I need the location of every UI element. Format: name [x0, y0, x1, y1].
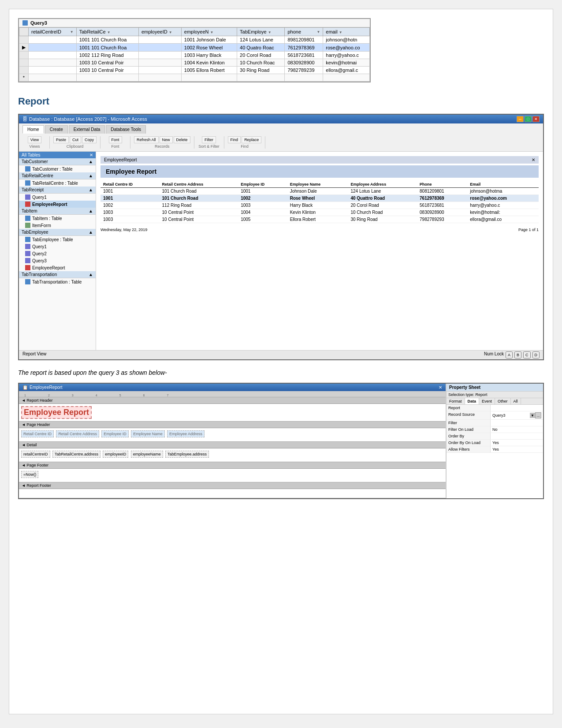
query-cell: 1003 10 Central Poir: [76, 59, 138, 67]
query-cell: ellora@gmail.c: [323, 67, 370, 74]
cut-button[interactable]: Cut: [70, 136, 81, 143]
design-section-content-rh[interactable]: Employee Report: [19, 404, 446, 421]
status-btn-4[interactable]: D: [532, 351, 540, 358]
design-section-content-ph[interactable]: Retail Centre ID Retail Centre Address E…: [19, 428, 446, 441]
replace-button[interactable]: Replace: [242, 136, 261, 143]
tab-external-data[interactable]: External Data: [69, 125, 105, 134]
nav-close-icon[interactable]: ✕: [89, 153, 93, 157]
record-source-dropdown[interactable]: ▼: [530, 413, 535, 418]
nav-item-query1[interactable]: Query1: [19, 194, 96, 201]
form-icon: [25, 223, 30, 228]
design-detail-empid[interactable]: employeeID: [103, 451, 128, 458]
report-icon: [25, 202, 30, 207]
query-table-row[interactable]: 1003 10 Central Poir1004 Kevin Klinton10…: [19, 59, 370, 67]
nav-item-tabitem-table[interactable]: TabItem : Table: [19, 215, 96, 222]
design-title-element[interactable]: Employee Report: [21, 406, 92, 419]
prop-tab-data[interactable]: Data: [465, 398, 480, 404]
filter-button[interactable]: Filter: [202, 136, 216, 143]
tab-home[interactable]: Home: [22, 125, 44, 134]
design-detail-retailid[interactable]: retailCentreID: [21, 451, 50, 458]
nav-item-itemform[interactable]: ItemForm: [19, 222, 96, 229]
nav-section-tabretailcentre[interactable]: TabRetailCentre▲: [19, 172, 96, 179]
delete-button[interactable]: Delete: [174, 136, 190, 143]
nav-item-tabcustomer-table[interactable]: TabCustomer : Table: [19, 165, 96, 172]
status-btn-3[interactable]: C: [523, 351, 531, 358]
find-button[interactable]: Find: [228, 136, 241, 143]
design-detail-empname[interactable]: employeeName: [131, 451, 163, 458]
design-section-content-pf[interactable]: =Now(): [19, 469, 446, 482]
design-field-retailid[interactable]: Retail Centre ID: [21, 430, 54, 437]
query-cell: [29, 52, 77, 59]
tab-database-tools[interactable]: Database Tools: [106, 125, 146, 134]
query-table-row[interactable]: *: [19, 74, 370, 82]
ribbon-tabs: Home Create External Data Database Tools: [22, 125, 540, 134]
table-icon-2: [25, 180, 30, 186]
font-button[interactable]: Font: [109, 136, 122, 143]
prop-value-filter[interactable]: [491, 420, 543, 426]
maximize-button[interactable]: □: [525, 116, 532, 122]
design-field-empid[interactable]: Employee ID: [101, 430, 129, 437]
nav-section-tabreceipt[interactable]: TabReceipt▲: [19, 187, 96, 194]
query-table-row[interactable]: 1001 101 Church Roa1001 Johnson Dale124 …: [19, 36, 370, 44]
report-close-icon[interactable]: ✕: [532, 157, 535, 162]
design-field-retailaddr[interactable]: Retail Centre Address: [56, 430, 99, 437]
prop-tab-event[interactable]: Event: [479, 398, 495, 404]
new-button[interactable]: New: [160, 136, 173, 143]
design-section-content-detail[interactable]: retailCentreID TabRetailCentre.address e…: [19, 448, 446, 462]
nav-section-tabcustomer[interactable]: TabCustomer▲: [19, 158, 96, 165]
nav-item-tabtransportation-table[interactable]: TabTransportation : Table: [19, 278, 96, 285]
col-tabemploye[interactable]: TabEmploye ▼: [237, 28, 285, 36]
prop-value-order-by[interactable]: [491, 433, 543, 439]
record-source-build-btn[interactable]: ...: [535, 412, 541, 418]
design-detail-tabempaddr[interactable]: TabEmployee.address: [165, 451, 209, 458]
prop-tab-all[interactable]: All: [511, 398, 521, 404]
copy-button[interactable]: Copy: [82, 136, 97, 143]
tab-create[interactable]: Create: [45, 125, 68, 134]
nav-item-tabemployee-table[interactable]: TabEmployee : Table: [19, 236, 96, 243]
query-cell: 124 Lotus Lane: [237, 36, 285, 44]
minimize-button[interactable]: ─: [517, 116, 524, 122]
nav-section-tabemployee[interactable]: TabEmployee▲: [19, 229, 96, 236]
prop-tab-format[interactable]: Format: [447, 398, 465, 404]
nav-item-query1-emp[interactable]: Query1: [19, 243, 96, 250]
design-section-detail: ◄ Detail retailCentreID TabRetailCentre.…: [19, 442, 446, 462]
nav-item-query2-emp[interactable]: Query2: [19, 250, 96, 257]
close-button[interactable]: ✕: [532, 116, 540, 122]
query-table-row[interactable]: 1003 10 Central Poir1005 Ellora Robert30…: [19, 67, 370, 74]
design-close-icon[interactable]: ✕: [439, 385, 442, 390]
nav-item-employeereport[interactable]: EmployeeReport: [19, 201, 96, 208]
col-retailCentreID[interactable]: retailCentreID ▼: [29, 28, 77, 36]
nav-item-tabretailcentre-table[interactable]: TabRetailCentre : Table: [19, 179, 96, 187]
view-button[interactable]: View: [28, 136, 41, 143]
prop-row-filter: Filter: [447, 420, 543, 426]
query-cell: [29, 67, 77, 74]
refresh-button[interactable]: Refresh All: [134, 136, 159, 143]
nav-section-tabtransportation[interactable]: TabTransportation▲: [19, 271, 96, 278]
design-section-header-ph: ◄ Page Header: [19, 422, 446, 428]
access-content: All Tables ✕ TabCustomer▲ TabCustomer : …: [19, 152, 543, 350]
col-email[interactable]: email ▼: [323, 28, 370, 36]
col-tabretailce[interactable]: TabRetailCe ▼: [76, 28, 138, 36]
col-employeena[interactable]: employeeN ▼: [181, 28, 237, 36]
design-footer-now[interactable]: =Now(): [21, 471, 38, 478]
nav-section-tabitem[interactable]: TabItem▲: [19, 208, 96, 215]
nav-item-employeereport-emp[interactable]: EmployeeReport: [19, 264, 96, 271]
report-tab-bar: EmployeeReport ✕: [100, 156, 539, 164]
prop-value-record-source[interactable]: Query3 ▼ ...: [491, 411, 543, 419]
ribbon-group-clipboard: Paste Cut Copy Clipboard: [53, 136, 100, 149]
design-field-empname[interactable]: Employee Name: [131, 430, 165, 437]
query-table-row[interactable]: 1002 112 Ring Road1003 Harry Black20 Cor…: [19, 52, 370, 59]
design-field-empaddr[interactable]: Employee Address: [167, 430, 205, 437]
status-btn-2[interactable]: B: [514, 351, 521, 358]
paste-button[interactable]: Paste: [53, 136, 69, 143]
prop-row-allow-filters: Allow Filters Yes: [447, 446, 543, 453]
design-detail-tabretailaddr[interactable]: TabRetailCentre.address: [52, 451, 100, 458]
ribbon: Home Create External Data Database Tools…: [19, 123, 543, 152]
col-phone[interactable]: phone ▼: [285, 28, 323, 36]
col-employeeid[interactable]: employeeID ▼: [138, 28, 181, 36]
prop-tab-other[interactable]: Other: [495, 398, 511, 404]
query-table-row[interactable]: ▶1001 101 Church Roa1002 Rose Wheel40 Qu…: [19, 44, 370, 52]
status-btn-1[interactable]: A: [506, 351, 513, 358]
nav-item-query3-emp[interactable]: Query3: [19, 257, 96, 264]
report-tab-label[interactable]: EmployeeReport: [104, 157, 137, 162]
